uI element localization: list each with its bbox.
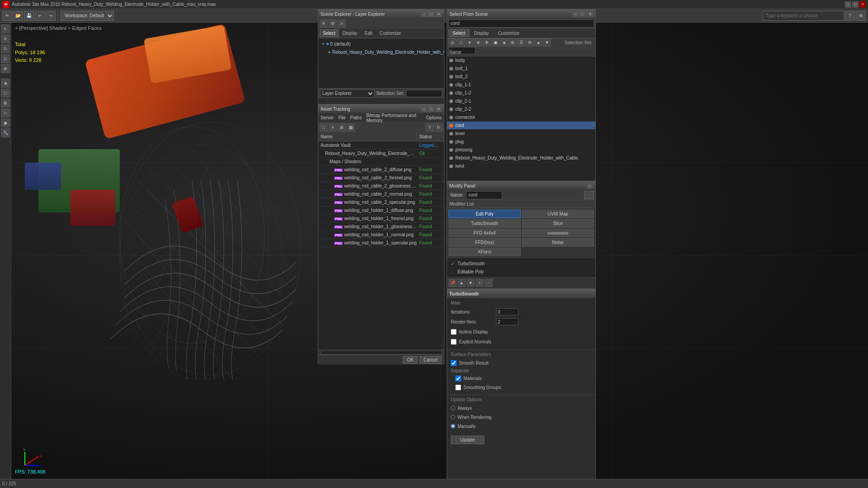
sfs-list[interactable]: bodybolt_1bolt_2clip_1-1clip_1-2clip_2-1… bbox=[447, 56, 595, 183]
at-row[interactable]: Reboot_Heavy_Duty_Welding_Electrode_Hold… bbox=[318, 150, 444, 158]
se-maximize-button[interactable]: □ bbox=[428, 11, 434, 17]
at-row[interactable]: PNGwelding_rod_cable_2_diffuse.pngFound bbox=[318, 166, 444, 174]
mp-btn-turbosmooth[interactable]: TurboSmooth bbox=[448, 219, 521, 228]
sfs-icon-btn-6[interactable]: ▣ bbox=[491, 38, 500, 47]
sfs-tab-display[interactable]: Display bbox=[470, 29, 493, 37]
mp-name-input[interactable] bbox=[466, 191, 502, 199]
mp-minimize-button[interactable]: ─ bbox=[587, 183, 593, 189]
at-btn-help[interactable]: ? bbox=[425, 123, 434, 131]
sfs-minimize-button[interactable]: ─ bbox=[572, 11, 579, 17]
at-row[interactable]: PNGwelding_rod_holder_1_fresnel.pngFound bbox=[318, 215, 444, 223]
mp-stack-add-button[interactable]: + bbox=[476, 279, 484, 287]
redo-button[interactable]: ↪ bbox=[46, 11, 56, 21]
mp-color-swatch[interactable] bbox=[584, 191, 594, 199]
open-button[interactable]: 📂 bbox=[13, 11, 23, 21]
sfs-list-item[interactable]: plug bbox=[447, 138, 595, 146]
at-row[interactable]: PNGwelding_rod_holder_1_normal.pngFound bbox=[318, 231, 444, 239]
hierarchy-button[interactable]: ⊞ bbox=[1, 99, 10, 108]
snaps-button[interactable]: ⊕ bbox=[1, 64, 10, 73]
smooth-result-checkbox[interactable] bbox=[451, 360, 457, 366]
sfs-list-item[interactable]: body bbox=[447, 56, 595, 65]
iterations-input[interactable] bbox=[496, 308, 519, 315]
at-cancel-button[interactable]: Cancel bbox=[420, 356, 442, 364]
sfs-close-button[interactable]: ✕ bbox=[587, 11, 593, 17]
sfs-search-input[interactable] bbox=[448, 19, 594, 28]
isoline-checkbox[interactable] bbox=[451, 329, 457, 335]
mp-btn-noise[interactable]: Noise bbox=[522, 238, 594, 247]
workspace-dropdown[interactable]: Workspace: Default bbox=[61, 11, 114, 21]
sfs-list-item[interactable]: bolt_2 bbox=[447, 73, 595, 81]
sfs-list-item[interactable]: clip_2-2 bbox=[447, 105, 595, 113]
at-row[interactable]: PNGwelding_rod_cable_2_glossiness.pngFou… bbox=[318, 182, 444, 190]
mp-btn-undeletable[interactable]: undeletable bbox=[522, 229, 594, 237]
at-row[interactable]: PNGwelding_rod_holder_1_specular.pngFoun… bbox=[318, 239, 444, 247]
sfs-list-item[interactable]: lever bbox=[447, 130, 595, 138]
sfs-list-item[interactable]: clip_1-2 bbox=[447, 89, 595, 97]
sfs-titlebar[interactable]: Select From Scene ─ □ ✕ bbox=[447, 9, 595, 19]
modify-button[interactable]: ⬡ bbox=[1, 89, 10, 98]
at-menu-bitmap[interactable]: Bitmap Performance and Memory bbox=[366, 113, 421, 123]
sfs-maximize-button[interactable]: □ bbox=[580, 11, 586, 17]
sfs-icon-btn-12[interactable]: ▼ bbox=[543, 38, 551, 47]
sfs-list-item[interactable]: bolt_1 bbox=[447, 65, 595, 73]
always-radio[interactable] bbox=[451, 406, 455, 410]
mp-stack-item-editpoly[interactable]: □ Editable Poly bbox=[448, 267, 594, 276]
at-menu-options[interactable]: Options bbox=[426, 115, 442, 120]
se-tab-select[interactable]: Select bbox=[320, 29, 339, 37]
se-close-icon-button[interactable]: ✕ bbox=[320, 19, 328, 28]
at-close-button[interactable]: ✕ bbox=[435, 106, 442, 112]
at-minimize-button[interactable]: ─ bbox=[421, 106, 427, 112]
sfs-list-item[interactable]: twist bbox=[447, 162, 595, 170]
at-btn-refresh[interactable]: ↻ bbox=[434, 123, 443, 131]
smoothing-groups-checkbox[interactable] bbox=[455, 385, 461, 390]
at-row[interactable]: Autodesk VaultLogged... bbox=[318, 141, 444, 150]
at-ok-button[interactable]: OK bbox=[403, 356, 417, 364]
display-button[interactable]: ◉ bbox=[1, 118, 10, 127]
se-object-row[interactable]: ◈ Reboot_Heavy_Duty_Welding_Electrode_Ho… bbox=[320, 48, 443, 56]
mp-btn-uvw-map[interactable]: UVW Map bbox=[522, 210, 594, 218]
at-maximize-button[interactable]: □ bbox=[428, 106, 434, 112]
select-mode-button[interactable]: ↖ bbox=[1, 24, 10, 33]
save-button[interactable]: 💾 bbox=[24, 11, 34, 21]
sfs-icon-btn-9[interactable]: ☰ bbox=[517, 38, 525, 47]
at-btn-2[interactable]: ≡ bbox=[329, 123, 337, 131]
settings-button[interactable]: ⚙ bbox=[856, 11, 866, 21]
se-tab-edit[interactable]: Edit bbox=[362, 29, 376, 37]
utilities-button[interactable]: 🔧 bbox=[1, 128, 10, 137]
mp-btn-ffd-box[interactable]: FFD(box) bbox=[448, 238, 521, 247]
at-row[interactable]: PNGwelding_rod_cable_2_specular.pngFound bbox=[318, 198, 444, 206]
at-row[interactable]: PNGwelding_rod_cable_2_normal.pngFound bbox=[318, 190, 444, 198]
at-content[interactable]: Autodesk VaultLogged...Reboot_Heavy_Duty… bbox=[318, 141, 444, 349]
mp-stack-down-button[interactable]: ▼ bbox=[467, 279, 475, 287]
mp-btn-ffd-4x4x4[interactable]: FFD 4x4x4 bbox=[448, 229, 521, 237]
help-button[interactable]: ? bbox=[845, 11, 855, 21]
sfs-icon-btn-3[interactable]: ● bbox=[466, 38, 474, 47]
se-titlebar[interactable]: Scene Explorer - Layer Explorer ─ □ ✕ bbox=[318, 9, 444, 19]
at-row[interactable]: PNGwelding_rod_cable_2_fresnel.pngFound bbox=[318, 174, 444, 182]
at-menu-file[interactable]: File bbox=[338, 115, 345, 120]
mp-titlebar[interactable]: Modify Panel ─ bbox=[447, 181, 595, 190]
sfs-icon-btn-1[interactable]: ◎ bbox=[448, 38, 457, 47]
selection-set-input[interactable] bbox=[406, 90, 442, 97]
sfs-list-item[interactable]: pressing bbox=[447, 146, 595, 154]
search-input[interactable] bbox=[763, 11, 844, 21]
mp-stack-remove-button[interactable]: - bbox=[485, 279, 493, 287]
motion-button[interactable]: ▷ bbox=[1, 108, 10, 117]
at-row[interactable]: PNGwelding_rod_holder_1_glossiness.pngFo… bbox=[318, 223, 444, 231]
explicit-normals-checkbox[interactable] bbox=[451, 339, 457, 345]
at-titlebar[interactable]: Asset Tracking ─ □ ✕ bbox=[318, 104, 444, 113]
mp-btn-xform[interactable]: XForm bbox=[448, 248, 521, 256]
at-btn-4[interactable]: ▦ bbox=[347, 123, 355, 131]
se-tab-customize[interactable]: Customize bbox=[377, 29, 404, 37]
scale-button[interactable]: ⟨⟩ bbox=[1, 54, 10, 63]
sfs-icon-btn-4[interactable]: ⊕ bbox=[474, 38, 482, 47]
sfs-icon-btn-2[interactable]: ⬡ bbox=[457, 38, 465, 47]
se-layer-row[interactable]: ▼ ■ 0 (default) bbox=[320, 40, 443, 48]
se-sort-button[interactable]: ≡ bbox=[338, 19, 346, 28]
sfs-tab-customize[interactable]: Customize bbox=[494, 29, 524, 37]
when-rendering-radio[interactable] bbox=[451, 415, 455, 419]
mp-stack-up-button[interactable]: ▲ bbox=[458, 279, 466, 287]
sfs-list-item[interactable]: clip_1-1 bbox=[447, 81, 595, 89]
at-btn-3[interactable]: ⊞ bbox=[338, 123, 346, 131]
mp-stack-item-turbosmooth[interactable]: ✓ TurboSmooth bbox=[448, 259, 594, 267]
